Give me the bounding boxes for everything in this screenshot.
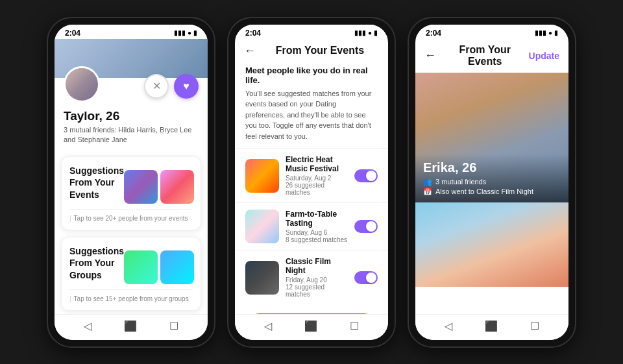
status-icons-2: ▮▮▮ ● ▮ — [354, 29, 378, 36]
profile3-second-photo — [415, 202, 568, 287]
recents-nav-icon-3[interactable]: ☐ — [530, 320, 539, 332]
signal-icon-2: ▮▮▮ — [354, 29, 366, 36]
back-button-3[interactable]: ← — [424, 49, 436, 62]
back-button-2[interactable]: ← — [244, 44, 256, 58]
battery-icon-2: ▮ — [374, 29, 378, 36]
battery-icon-3: ▮ — [554, 29, 558, 36]
also-went-text: Also went to Classic Film Night — [435, 188, 533, 195]
nav-bar-3: ← From Your Events Update — [415, 39, 568, 73]
event-toggle-1[interactable] — [354, 220, 378, 233]
event-info-1: Farm-to-Table Tasting Sunday, Aug 6 8 su… — [286, 210, 348, 243]
event-name-0: Electric Heat Music Festival — [286, 155, 348, 173]
events-intro-text: You'll see suggested matches from your e… — [245, 88, 378, 142]
wifi-icon-2: ● — [368, 29, 372, 36]
event-toggle-2[interactable] — [354, 271, 378, 284]
home-nav-icon-2[interactable]: ⬛ — [304, 320, 317, 332]
mutual-friends-item: 👥 3 mutual friends — [423, 178, 561, 186]
event-thumb-1 — [124, 170, 158, 204]
status-bar-3: 2:04 ▮▮▮ ● ▮ — [415, 25, 568, 39]
event-thumbnail-2 — [245, 261, 279, 295]
avatar-image — [66, 68, 98, 101]
status-bar-1: 2:04 ▮▮▮ ● ▮ — [55, 25, 208, 39]
recents-nav-icon-1[interactable]: ☐ — [169, 320, 178, 332]
events-intro: Meet people like you do in real life. Yo… — [235, 63, 388, 149]
bottom-nav-2: ◁ ⬛ ☐ — [235, 314, 388, 340]
event-info-2: Classic Film Night Friday, Aug 20 12 sug… — [286, 257, 348, 298]
suggestions-groups-title: SuggestionsFrom Your Groups — [69, 245, 124, 281]
event-toggle-0[interactable] — [354, 169, 378, 182]
event-thumbnail-1 — [245, 210, 279, 243]
home-nav-icon-1[interactable]: ⬛ — [124, 320, 137, 332]
event-thumbnail-0 — [245, 159, 279, 193]
status-icons-3: ▮▮▮ ● ▮ — [535, 29, 558, 36]
mutual-friends: 3 mutual friends: Hilda Harris, Bryce Le… — [64, 125, 199, 145]
profile-name: Taylor, 26 — [64, 109, 199, 123]
back-nav-icon-2[interactable]: ◁ — [264, 320, 272, 332]
profile3-main-photo: Erika, 26 👥 3 mutual friends 📅 Also went… — [415, 73, 568, 202]
people-icon: 👥 — [423, 178, 432, 186]
group-thumbnails — [124, 250, 194, 284]
event-matches-0: 26 suggested matches — [286, 182, 348, 196]
dismiss-button[interactable]: ✕ — [144, 74, 169, 99]
profile3-overlay: Erika, 26 👥 3 mutual friends 📅 Also went… — [415, 154, 568, 202]
wifi-icon-3: ● — [548, 29, 552, 36]
event-item: 📅 Also went to Classic Film Night — [423, 188, 561, 196]
profile-header: ✕ ♥ — [55, 39, 208, 91]
event-thumb-2 — [160, 170, 194, 204]
profile3-meta: 👥 3 mutual friends 📅 Also went to Classi… — [423, 178, 561, 196]
profile3-name: Erika, 26 — [423, 160, 561, 175]
events-intro-title: Meet people like you do in real life. — [245, 66, 378, 85]
home-nav-icon-3[interactable]: ⬛ — [485, 320, 498, 332]
battery-icon-1: ▮ — [193, 29, 197, 36]
status-bar-2: 2:04 ▮▮▮ ● ▮ — [235, 25, 388, 39]
event-name-2: Classic Film Night — [286, 257, 348, 275]
signal-icon-3: ▮▮▮ — [535, 29, 546, 36]
wifi-icon-1: ● — [188, 29, 191, 36]
phone3-content: ← From Your Events Update Erika, 26 👥 3 … — [415, 39, 568, 314]
event-item-0: Electric Heat Music Festival Saturday, A… — [235, 148, 388, 202]
phones-container: 2:04 ▮▮▮ ● ▮ ✕ ♥ — [34, 4, 589, 361]
event-matches-2: 12 suggested matches — [286, 284, 348, 298]
phone-1: 2:04 ▮▮▮ ● ▮ ✕ ♥ — [47, 17, 215, 348]
event-name-1: Farm-to-Table Tasting — [286, 210, 348, 228]
events-tap-hint: Tap to see 20+ people from your events — [69, 209, 193, 222]
nav-title-2: From Your Events — [261, 45, 379, 56]
profile-avatar — [64, 66, 100, 103]
mutual-friends-text: 3 mutual friends — [435, 178, 486, 186]
phone-3: 2:04 ▮▮▮ ● ▮ ← From Your Events Update E… — [408, 17, 576, 348]
nav-title-3: From Your Events — [441, 44, 529, 67]
event-item-2: Classic Film Night Friday, Aug 20 12 sug… — [235, 250, 388, 304]
nav-bar-2: ← From Your Events — [235, 39, 388, 63]
phone-2: 2:04 ▮▮▮ ● ▮ ← From Your Events Meet peo… — [227, 17, 396, 348]
bottom-nav-3: ◁ ⬛ ☐ — [415, 314, 568, 340]
phone2-content: ← From Your Events Meet people like you … — [235, 39, 388, 314]
phone1-content: ✕ ♥ Taylor, 26 3 mutual friends: Hilda H… — [55, 39, 208, 314]
time-3: 2:04 — [426, 29, 441, 38]
action-buttons: ✕ ♥ — [144, 74, 199, 99]
status-icons-1: ▮▮▮ ● ▮ — [174, 29, 197, 36]
event-item-1: Farm-to-Table Tasting Sunday, Aug 6 8 su… — [235, 202, 388, 250]
groups-tap-hint: Tap to see 15+ people from your groups — [69, 289, 193, 302]
event-date-1: Sunday, Aug 6 — [286, 229, 348, 236]
event-date-2: Friday, Aug 20 — [286, 276, 348, 284]
back-nav-icon-3[interactable]: ◁ — [445, 320, 452, 332]
like-button[interactable]: ♥ — [174, 74, 199, 99]
event-info-0: Electric Heat Music Festival Saturday, A… — [286, 155, 348, 196]
event-matches-1: 8 suggested matches — [286, 236, 348, 243]
suggestions-groups-card[interactable]: SuggestionsFrom Your Groups Tap to see 1… — [61, 237, 201, 311]
bottom-nav-1: ◁ ⬛ ☐ — [55, 314, 208, 340]
signal-icon-1: ▮▮▮ — [174, 29, 186, 36]
event-thumbnails — [124, 170, 194, 204]
suggestions-events-title: SuggestionsFrom Your Events — [69, 165, 124, 200]
time-1: 2:04 — [65, 29, 80, 38]
back-nav-icon-1[interactable]: ◁ — [84, 320, 92, 332]
recents-nav-icon-2[interactable]: ☐ — [350, 320, 359, 332]
group-thumb-2 — [160, 250, 194, 284]
event-date-0: Saturday, Aug 2 — [286, 175, 348, 182]
group-thumb-1 — [124, 250, 158, 284]
time-2: 2:04 — [245, 29, 261, 38]
calendar-icon: 📅 — [423, 188, 432, 196]
update-button-3[interactable]: Update — [529, 51, 559, 61]
photo2-image — [415, 202, 568, 287]
suggestions-events-card[interactable]: SuggestionsFrom Your Events Tap to see 2… — [61, 156, 201, 230]
